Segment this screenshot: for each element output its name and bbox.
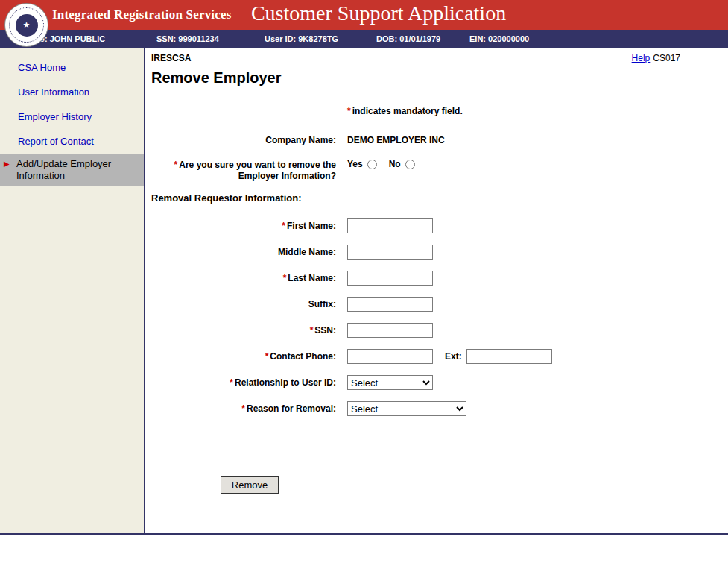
- relationship-label-text: Relationship to User ID:: [235, 377, 336, 388]
- first-name-label-text: First Name:: [287, 221, 336, 231]
- user-dob: DOB: 01/01/1979: [376, 34, 440, 43]
- confirm-radio-group: Yes No: [336, 157, 415, 182]
- app-header: Integrated Registration Services Custome…: [0, 0, 728, 30]
- confirm-question-label: *Are you sure you want to remove the Emp…: [151, 157, 336, 182]
- middle-name-label: Middle Name:: [151, 245, 336, 260]
- main-content: IRESCSA HelpCS017 Remove Employer * indi…: [145, 48, 728, 533]
- contact-phone-label: *Contact Phone:: [151, 349, 336, 364]
- user-id: User ID: 9K8278TG: [265, 34, 338, 43]
- last-name-label-text: Last Name:: [288, 273, 336, 283]
- first-name-cell: [336, 218, 433, 233]
- help-link[interactable]: Help: [632, 53, 651, 63]
- contact-phone-row: *Contact Phone: Ext:: [151, 349, 722, 364]
- relationship-label: *Relationship to User ID:: [151, 375, 336, 390]
- app-subtitle: Integrated Registration Services: [52, 7, 232, 22]
- confirm-removal-row: *Are you sure you want to remove the Emp…: [151, 157, 722, 182]
- required-asterisk: *: [174, 160, 178, 170]
- ssn-input[interactable]: [347, 323, 433, 338]
- page-body: CSA Home User Information Employer Histo…: [0, 48, 728, 535]
- no-radio[interactable]: [405, 160, 415, 169]
- company-name-value-cell: DEMO EMPLOYER INC: [336, 133, 445, 146]
- ssa-seal-logo: [5, 4, 48, 46]
- user-ein: EIN: 020000000: [469, 34, 529, 43]
- middle-name-row: Middle Name:: [151, 245, 722, 260]
- app-title: Customer Support Application: [251, 1, 506, 25]
- reason-select[interactable]: Select: [347, 401, 466, 416]
- user-info-bar: Name: JOHN PUBLIC SSN: 999011234 User ID…: [0, 30, 728, 48]
- relationship-select[interactable]: Select: [347, 375, 433, 390]
- sidebar-item-add-update-employer-information[interactable]: ▶ Add/Update Employer Information: [0, 154, 144, 186]
- company-name-label: Company Name:: [151, 133, 336, 146]
- ext-label: Ext:: [445, 351, 462, 362]
- help-area: HelpCS017: [632, 53, 722, 63]
- ssn-cell: [336, 323, 433, 338]
- sidebar-item-user-information[interactable]: User Information: [0, 80, 144, 104]
- required-asterisk: *: [283, 273, 287, 283]
- contact-phone-cell: Ext:: [336, 349, 552, 364]
- requestor-section-title: Removal Requestor Information:: [151, 192, 722, 204]
- relationship-cell: Select: [336, 375, 433, 390]
- reason-row: *Reason for Removal: Select: [151, 401, 722, 416]
- mandatory-note: indicates mandatory field.: [352, 106, 463, 116]
- ext-input[interactable]: [466, 349, 552, 364]
- sidebar-nav: CSA Home User Information Employer Histo…: [0, 48, 145, 533]
- required-asterisk: *: [265, 351, 269, 362]
- reason-cell: Select: [336, 401, 466, 416]
- last-name-cell: [336, 271, 433, 286]
- confirm-question-text: Are you sure you want to remove the Empl…: [179, 160, 336, 181]
- content-header-row: IRESCSA HelpCS017: [151, 53, 722, 63]
- no-label: No: [389, 157, 401, 169]
- suffix-input[interactable]: [347, 297, 433, 312]
- required-asterisk: *: [282, 221, 285, 231]
- page-code: CS017: [653, 53, 680, 63]
- sidebar-item-csa-home[interactable]: CSA Home: [0, 55, 144, 80]
- sidebar-item-report-of-contact[interactable]: Report of Contact: [0, 129, 144, 154]
- middle-name-cell: [336, 245, 433, 260]
- ssa-seal-center: [16, 14, 38, 37]
- company-name-row: Company Name: DEMO EMPLOYER INC: [151, 133, 722, 146]
- last-name-row: *Last Name:: [151, 271, 722, 286]
- suffix-cell: [336, 297, 433, 312]
- first-name-label: *First Name:: [151, 218, 336, 233]
- empty-label-cell: [151, 106, 336, 116]
- suffix-label: Suffix:: [151, 297, 336, 312]
- middle-name-input[interactable]: [347, 245, 433, 260]
- relationship-row: *Relationship to User ID: Select: [151, 375, 722, 390]
- required-asterisk: *: [230, 377, 233, 388]
- reason-label: *Reason for Removal:: [151, 401, 336, 416]
- first-name-input[interactable]: [347, 218, 433, 233]
- yes-radio[interactable]: [367, 160, 377, 169]
- remove-button[interactable]: Remove: [221, 476, 279, 494]
- mandatory-note-row: * indicates mandatory field.: [151, 106, 722, 116]
- company-name-value: DEMO EMPLOYER INC: [347, 133, 445, 145]
- yes-label: Yes: [347, 157, 363, 169]
- required-asterisk: *: [310, 325, 314, 336]
- contact-phone-input[interactable]: [347, 349, 433, 364]
- ssn-label-text: SSN:: [314, 325, 336, 336]
- sidebar-item-employer-history[interactable]: Employer History: [0, 104, 144, 129]
- page-title: Remove Employer: [151, 69, 722, 87]
- ssn-row: *SSN:: [151, 323, 722, 338]
- last-name-input[interactable]: [347, 271, 433, 286]
- first-name-row: *First Name:: [151, 218, 722, 233]
- last-name-label: *Last Name:: [151, 271, 336, 286]
- ssn-label: *SSN:: [151, 323, 336, 338]
- selected-item-arrow-icon: ▶: [4, 160, 10, 169]
- user-ssn: SSN: 999011234: [156, 34, 219, 43]
- ssa-seal-ring: [9, 7, 44, 43]
- required-asterisk: *: [347, 106, 351, 116]
- reason-label-text: Reason for Removal:: [247, 403, 336, 414]
- suffix-row: Suffix:: [151, 297, 722, 312]
- contact-phone-label-text: Contact Phone:: [270, 351, 336, 362]
- required-asterisk: *: [241, 403, 245, 414]
- app-code: IRESCSA: [151, 53, 191, 63]
- sidebar-item-label: Add/Update Employer Information: [16, 158, 111, 181]
- mandatory-note-cell: * indicates mandatory field.: [336, 106, 463, 116]
